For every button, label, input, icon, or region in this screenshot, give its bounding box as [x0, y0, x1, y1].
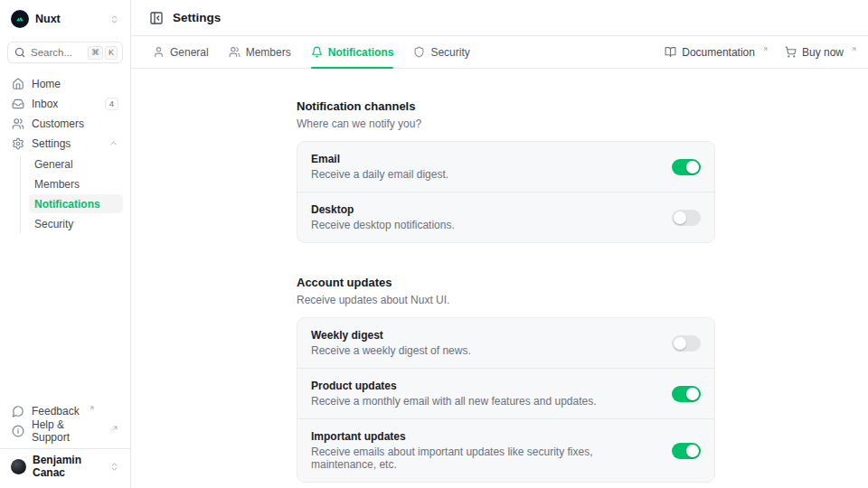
section-notification-channels: Notification channels Where can we notif…	[297, 99, 715, 243]
kbd-cmd: ⌘	[88, 46, 103, 60]
search-placeholder: Search...	[31, 47, 72, 58]
sidebar-item-settings[interactable]: Settings	[7, 134, 123, 153]
sub-item-label: Members	[34, 178, 80, 191]
book-open-icon	[665, 46, 676, 58]
tab-members[interactable]: Members	[229, 36, 291, 68]
inbox-count-badge: 4	[105, 98, 118, 110]
user-name: Benjamin Canac	[33, 454, 103, 479]
setting-row-email: Email Receive a daily email digest.	[297, 142, 714, 192]
user-icon	[153, 46, 165, 58]
sidebar-footer: Feedback Help & Support Benjamin Canac	[7, 401, 123, 477]
user-menu[interactable]: Benjamin Canac	[7, 455, 123, 477]
section-account-updates: Account updates Receive updates about Nu…	[297, 276, 715, 483]
app-window: Nuxt Search... ⌘ K Home	[0, 0, 868, 488]
section-title: Account updates	[297, 276, 715, 289]
sidebar-divider	[0, 448, 130, 449]
settings-subnav: General Members Notifications Security	[20, 155, 123, 233]
setting-title: Desktop	[311, 203, 455, 216]
sidebar-item-members[interactable]: Members	[29, 174, 123, 193]
section-title: Notification channels	[297, 99, 715, 113]
workspace-name: Nuxt	[35, 13, 61, 25]
help-support-label: Help & Support	[32, 418, 103, 444]
users-icon	[12, 117, 24, 130]
setting-title: Product updates	[311, 380, 597, 392]
help-support-link[interactable]: Help & Support	[7, 421, 123, 440]
external-link-icon	[112, 425, 118, 431]
sidebar-item-label: Settings	[32, 137, 71, 150]
tab-general[interactable]: General	[153, 36, 209, 68]
setting-description: Receive desktop notifications.	[311, 219, 455, 231]
sidebar-item-customers[interactable]: Customers	[7, 114, 123, 133]
documentation-link[interactable]: Documentation	[665, 46, 769, 59]
sidebar-item-general[interactable]: General	[29, 155, 123, 174]
weekly-digest-toggle[interactable]	[672, 335, 701, 352]
sub-item-label: Security	[34, 218, 73, 230]
nuxt-logo-icon	[11, 10, 29, 28]
help-icon	[12, 425, 24, 437]
user-avatar	[11, 459, 26, 474]
gear-icon	[12, 137, 24, 150]
search-input[interactable]: Search... ⌘ K	[7, 42, 123, 63]
cart-icon	[785, 46, 797, 58]
external-link-icon	[89, 405, 95, 411]
tabs: General Members Notifications	[153, 36, 470, 68]
tab-label: Notifications	[328, 46, 394, 59]
setting-title: Email	[311, 153, 448, 165]
tab-bar: General Members Notifications	[131, 36, 868, 69]
settings-card: Weekly digest Receive a weekly digest of…	[297, 317, 715, 483]
feedback-label: Feedback	[32, 405, 80, 418]
setting-row-product-updates: Product updates Receive a monthly email …	[297, 368, 714, 418]
external-link-icon	[762, 46, 769, 52]
home-icon	[12, 78, 24, 90]
sub-item-label: Notifications	[34, 198, 100, 211]
buy-now-link[interactable]: Buy now	[785, 46, 857, 59]
chevron-up-icon	[108, 138, 118, 148]
collapse-sidebar-button[interactable]	[149, 11, 164, 25]
setting-description: Receive a weekly digest of news.	[311, 344, 471, 357]
page-header: Settings	[131, 0, 868, 36]
sidebar-item-security[interactable]: Security	[29, 214, 123, 233]
chevron-up-down-icon	[109, 462, 119, 472]
sidebar: Nuxt Search... ⌘ K Home	[0, 0, 131, 488]
setting-description: Receive a daily email digest.	[311, 168, 448, 181]
setting-row-weekly-digest: Weekly digest Receive a weekly digest of…	[297, 318, 714, 368]
setting-description: Receive emails about important updates l…	[311, 446, 657, 471]
email-toggle[interactable]	[672, 159, 701, 175]
shield-icon	[413, 46, 425, 58]
sidebar-item-notifications[interactable]: Notifications	[29, 194, 123, 213]
setting-title: Important updates	[311, 430, 657, 443]
tab-security[interactable]: Security	[413, 36, 469, 68]
sidebar-item-label: Home	[32, 78, 61, 90]
setting-title: Weekly digest	[311, 329, 471, 342]
setting-description: Receive a monthly email with all new fea…	[311, 395, 597, 408]
kbd-k: K	[105, 46, 118, 60]
inbox-icon	[12, 98, 24, 110]
sidebar-item-inbox[interactable]: Inbox 4	[7, 94, 123, 113]
sidebar-item-label: Customers	[32, 117, 84, 130]
sidebar-item-label: Inbox	[32, 98, 58, 110]
section-description: Receive updates about Nuxt UI.	[297, 294, 715, 306]
tab-label: Members	[246, 46, 291, 59]
important-updates-toggle[interactable]	[672, 443, 701, 459]
tab-notifications[interactable]: Notifications	[311, 36, 394, 68]
product-updates-toggle[interactable]	[672, 386, 701, 402]
setting-row-desktop: Desktop Receive desktop notifications.	[297, 192, 714, 242]
desktop-toggle[interactable]	[672, 210, 701, 226]
sidebar-item-home[interactable]: Home	[7, 74, 123, 93]
search-shortcut: ⌘ K	[88, 46, 118, 60]
bell-icon	[311, 46, 323, 58]
search-icon	[14, 47, 25, 58]
settings-content: Notification channels Where can we notif…	[131, 69, 868, 488]
setting-row-important-updates: Important updates Receive emails about i…	[297, 418, 714, 482]
users-icon	[229, 46, 241, 58]
sidebar-nav: Home Inbox 4 Customers Settings	[7, 74, 123, 233]
main-panel: Settings General Members	[131, 0, 868, 488]
workspace-switcher[interactable]: Nuxt	[7, 9, 123, 29]
action-label: Buy now	[802, 46, 844, 59]
section-description: Where can we notify you?	[297, 117, 715, 130]
tab-label: Security	[430, 46, 469, 59]
chevron-up-down-icon	[109, 14, 119, 24]
page-title: Settings	[173, 11, 221, 24]
header-actions: Documentation Buy now	[665, 46, 857, 59]
feedback-icon	[12, 405, 24, 418]
